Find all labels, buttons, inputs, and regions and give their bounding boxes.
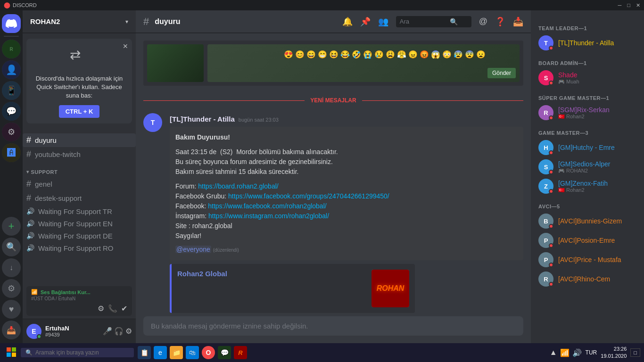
- member-rix-serkan[interactable]: R [SGM]Rix-Serkan 🇹🇷 Rohan2: [535, 103, 640, 122]
- pin-icon[interactable]: 📌: [360, 16, 371, 27]
- channel-voice-support-ro[interactable]: 🔊 Waiting For Support RO: [23, 242, 136, 254]
- member-tl-thunder[interactable]: T [TL]Thunder - Atilla: [535, 33, 640, 52]
- channel-genel[interactable]: # genel: [23, 177, 136, 191]
- member-zenox[interactable]: Z [GM]Zenox-Fatih 🇹🇷 Rohan2: [535, 177, 640, 196]
- channel-voice-support-tr[interactable]: 🔊 Waiting For Support TR: [23, 206, 136, 217]
- maximize-button[interactable]: □: [627, 2, 630, 8]
- message-content: [TL]Thunder - Atilla bugün saat 23:03 ⋯ …: [170, 113, 523, 313]
- channel-name-youtube-twitch: youtube-twitch: [35, 150, 81, 158]
- voice-settings-button[interactable]: ⚙: [98, 304, 104, 313]
- bell-notification-icon[interactable]: 🔔: [342, 16, 353, 27]
- rohan2-server-icon[interactable]: R: [2, 40, 21, 58]
- taskbar-search-input[interactable]: [35, 349, 106, 356]
- other-server-1[interactable]: 👤: [2, 60, 21, 79]
- language-indicator[interactable]: TUR: [586, 349, 597, 356]
- voice-channel-info: #ÜST ODA / ErtuhaN: [31, 296, 127, 301]
- voice-channel-icon: 🔊: [26, 207, 34, 215]
- other-server-5[interactable]: 🅰: [2, 143, 21, 162]
- text-channel-hash-icon: #: [26, 193, 31, 203]
- add-server-button[interactable]: +: [2, 217, 21, 236]
- titlebar-controls[interactable]: ─ □ ✕: [618, 2, 640, 8]
- server-header[interactable]: ROHAN2 ▾: [23, 10, 136, 33]
- facebook-group-link[interactable]: https://www.facebook.com/groups/24704426…: [228, 192, 389, 200]
- channel-destek-support[interactable]: # destek-support: [23, 191, 136, 205]
- start-button[interactable]: [4, 346, 19, 360]
- send-button[interactable]: Gönder: [487, 68, 516, 78]
- support-category[interactable]: ▾ SUPPORT: [23, 162, 136, 177]
- explore-servers-button[interactable]: 🔍: [2, 238, 21, 256]
- download-button[interactable]: ↓: [2, 258, 21, 277]
- instagram-link[interactable]: https://www.instagram.com/rohan2global/: [208, 212, 329, 220]
- member-bunnies[interactable]: B [AVCI]Bunnies-Gizem: [535, 212, 640, 230]
- member-name-bunnies: [AVCI]Bunnies-Gizem: [558, 217, 636, 225]
- search-icon: 🔍: [450, 18, 458, 25]
- voice-disconnect-button[interactable]: 📞: [108, 304, 117, 313]
- member-avatar-rix: R: [538, 105, 553, 120]
- taskbar-explorer-button[interactable]: 📁: [170, 346, 183, 359]
- user-settings-button[interactable]: ⚙: [125, 327, 132, 336]
- member-rhino[interactable]: R [AVCI]Rhino-Cem: [535, 270, 640, 288]
- system-tray: ▲ 📶 🔊: [550, 348, 582, 357]
- inbox-button[interactable]: 📥: [2, 321, 21, 339]
- forum-link[interactable]: https://board.rohan2.global/: [198, 182, 278, 190]
- user-avatar-wrap: E: [26, 324, 41, 339]
- settings-gear-icon[interactable]: ⚙: [2, 279, 21, 298]
- popup-shortcut-area[interactable]: CTRL + K: [32, 105, 126, 118]
- embed-content: Rohan2 Global: [177, 270, 366, 307]
- user-panel: E ErtuhaN #9439 🎤 🎧 ⚙: [23, 319, 136, 343]
- tray-show-hidden-button[interactable]: ▲: [550, 348, 557, 357]
- message-more-options-button[interactable]: ⋯: [509, 113, 523, 125]
- tray-volume-icon[interactable]: 🔊: [572, 348, 582, 357]
- at-mention-icon[interactable]: @: [479, 16, 487, 26]
- facebook-link[interactable]: https://www.facebook.com/rohan2global/: [208, 202, 326, 210]
- member-price[interactable]: P [AVCI]Price - Mustafa: [535, 250, 640, 269]
- status-dnd-icon: [549, 46, 553, 50]
- taskbar-opera-button[interactable]: O: [202, 346, 215, 359]
- member-sub-zenox: 🇹🇷 Rohan2: [558, 187, 636, 193]
- taskbar-search-box[interactable]: 🔍: [21, 348, 134, 357]
- close-button[interactable]: ✕: [636, 2, 640, 8]
- mute-button[interactable]: 🎤: [103, 327, 112, 336]
- keyboard-shortcut[interactable]: CTRL + K: [59, 105, 100, 118]
- voice-check-button[interactable]: ✔: [121, 304, 127, 313]
- help-icon[interactable]: ❓: [495, 16, 505, 27]
- messages-area: 😍😊😄😁😆😂🤣😭😢😩😤😠😡😱😳😰😨😦 Gönder YENİ MESAJLAR …: [136, 33, 531, 316]
- popup-close-button[interactable]: ✕: [123, 42, 128, 50]
- taskbar-clock[interactable]: 23:26 19.01.2020: [601, 346, 627, 360]
- discord-home-button[interactable]: [2, 14, 21, 33]
- member-shade[interactable]: S Shade 🎮 Muah: [535, 68, 640, 87]
- voice-status-title: Ses Bağlantısı Kur...: [41, 289, 91, 295]
- other-server-2[interactable]: 📱: [2, 81, 21, 100]
- taskbar-store-button[interactable]: 🛍: [186, 346, 199, 359]
- message-author-avatar: T: [143, 113, 162, 132]
- status-dnd-icon: [549, 282, 553, 287]
- taskbar-chat-button[interactable]: 💬: [218, 346, 231, 359]
- channel-voice-support-de[interactable]: 🔊 Waiting For Support DE: [23, 230, 136, 242]
- minimize-button[interactable]: ─: [618, 2, 622, 8]
- channel-voice-support-en[interactable]: 🔊 Waiting For Support EN: [23, 218, 136, 230]
- heart-button[interactable]: ♥: [2, 300, 21, 319]
- other-server-3[interactable]: 💬: [2, 102, 21, 121]
- tray-network-icon[interactable]: 📶: [560, 348, 570, 357]
- member-posion[interactable]: P [AVCI]Posion-Emre: [535, 231, 640, 250]
- members-list-toggle-icon[interactable]: 👥: [378, 16, 388, 27]
- taskbar-cortana-button[interactable]: 📋: [138, 346, 151, 359]
- channel-duyuru[interactable]: # duyuru: [23, 133, 136, 147]
- deafen-button[interactable]: 🎧: [114, 327, 124, 336]
- quick-switcher-popup: ✕ ⇄ Discord'da hızlıca dolaşmak için Qui…: [26, 39, 132, 123]
- member-hutchy[interactable]: H [GM]Hutchy - Emre: [535, 138, 640, 157]
- other-server-4[interactable]: ⚙: [2, 123, 21, 141]
- member-sedios[interactable]: S [GM]Sedios-Alper 🎮 ROHAN2: [535, 157, 640, 176]
- voice-channel-icon: 🔊: [26, 244, 34, 252]
- member-name-rhino: [AVCI]Rhino-Cem: [558, 275, 636, 283]
- search-input[interactable]: [400, 18, 447, 25]
- taskbar-rohan-button[interactable]: R: [234, 346, 247, 359]
- header-search-box[interactable]: 🔍: [396, 16, 471, 27]
- notification-area-button[interactable]: □: [630, 348, 640, 357]
- everyone-mention: @everyone: [175, 246, 211, 253]
- taskbar-edge-button[interactable]: e: [154, 346, 167, 359]
- channel-youtube-twitch[interactable]: # youtube-twitch: [23, 148, 136, 161]
- taskbar-right: ▲ 📶 🔊 TUR 23:26 19.01.2020 □: [550, 346, 640, 360]
- inbox-icon[interactable]: 📥: [513, 16, 523, 27]
- title-bar: ⬤ DISCORD ─ □ ✕: [0, 0, 644, 10]
